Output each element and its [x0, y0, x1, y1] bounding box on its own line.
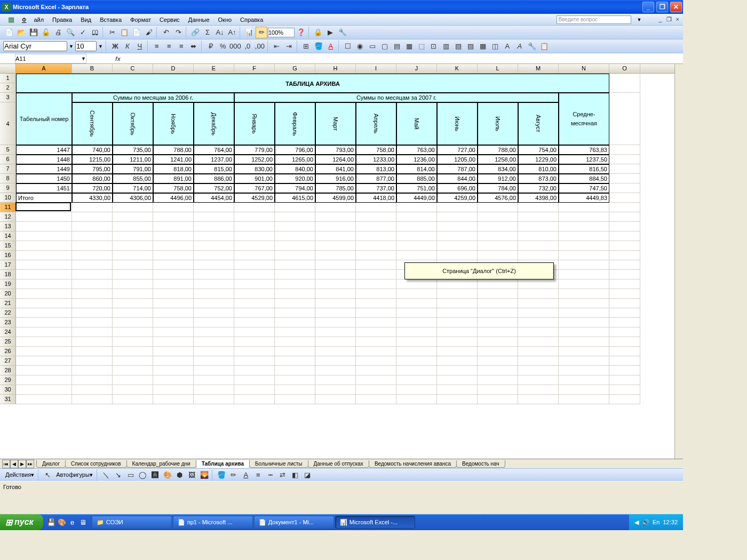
forms4-icon[interactable]: ▢	[379, 41, 391, 52]
cell[interactable]	[16, 270, 72, 279]
cell[interactable]: 1211,00	[113, 155, 153, 164]
cell[interactable]	[72, 212, 113, 222]
cell[interactable]: 785,00	[315, 183, 356, 193]
cell[interactable]: 764,00	[194, 145, 234, 155]
line-icon[interactable]: ＼	[100, 469, 112, 481]
cell[interactable]	[113, 299, 153, 308]
cell[interactable]: 4330,00	[72, 193, 113, 203]
cell[interactable]	[315, 231, 356, 241]
cell[interactable]	[437, 251, 478, 260]
cell[interactable]: 696,00	[437, 183, 478, 193]
cell[interactable]	[153, 318, 194, 327]
cell[interactable]	[356, 279, 396, 289]
cell[interactable]	[478, 289, 518, 299]
cell[interactable]	[194, 251, 234, 260]
cell[interactable]	[609, 212, 640, 222]
cell[interactable]	[437, 299, 478, 308]
line-color-icon[interactable]: ✏	[228, 469, 240, 481]
row-header[interactable]: 29	[0, 375, 16, 385]
cell[interactable]	[234, 395, 275, 404]
tray-icon[interactable]: ◀	[634, 519, 639, 526]
menu-help[interactable]: Справка	[236, 15, 267, 24]
cell[interactable]: 763,83	[559, 145, 609, 155]
cell[interactable]	[275, 347, 315, 356]
cell[interactable]	[194, 356, 234, 366]
cell[interactable]	[559, 260, 609, 270]
column-header[interactable]: O	[609, 64, 640, 73]
cell[interactable]	[275, 337, 315, 347]
cell[interactable]	[559, 270, 609, 279]
cell[interactable]	[478, 308, 518, 318]
row-header[interactable]: 3	[0, 93, 16, 102]
cell[interactable]: 767,00	[234, 183, 275, 193]
cell[interactable]	[609, 395, 640, 404]
font-size-input[interactable]	[75, 41, 97, 51]
column-header[interactable]: F	[234, 64, 275, 73]
cell[interactable]	[609, 375, 640, 385]
cell[interactable]	[113, 251, 153, 260]
cell[interactable]	[315, 241, 356, 251]
cell[interactable]	[113, 395, 153, 404]
cell[interactable]	[153, 366, 194, 375]
cell[interactable]	[356, 337, 396, 347]
cell[interactable]	[194, 212, 234, 222]
cell[interactable]	[396, 356, 437, 366]
cell[interactable]	[275, 203, 315, 212]
cell[interactable]: 793,00	[315, 145, 356, 155]
cell[interactable]: Октябрь	[113, 102, 153, 145]
cell[interactable]	[16, 222, 72, 231]
cell[interactable]: 1215,00	[72, 155, 113, 164]
cell[interactable]	[113, 289, 153, 299]
cell[interactable]	[396, 289, 437, 299]
cell[interactable]: 844,00	[437, 174, 478, 183]
cell[interactable]	[609, 356, 640, 366]
row-header[interactable]: 23	[0, 318, 16, 327]
cell[interactable]: 737,00	[356, 183, 396, 193]
cell[interactable]	[72, 222, 113, 231]
cell[interactable]	[194, 318, 234, 327]
cell[interactable]	[113, 375, 153, 385]
cell[interactable]	[356, 395, 396, 404]
cell[interactable]	[275, 375, 315, 385]
cell[interactable]	[72, 241, 113, 251]
prop-icon[interactable]: 📋	[538, 41, 550, 52]
cell[interactable]	[194, 375, 234, 385]
cell[interactable]	[396, 241, 437, 251]
cell[interactable]	[72, 356, 113, 366]
cell[interactable]	[234, 289, 275, 299]
cell[interactable]	[315, 279, 356, 289]
cell[interactable]: Декабрь	[194, 102, 234, 145]
cell[interactable]: 1258,00	[478, 155, 518, 164]
ql-save-icon[interactable]: 💾	[46, 516, 56, 528]
cell[interactable]	[437, 241, 478, 251]
cell[interactable]: 1264,00	[315, 155, 356, 164]
cell[interactable]	[609, 308, 640, 318]
cell[interactable]	[275, 318, 315, 327]
doc-minimize-button[interactable]: _	[657, 16, 663, 23]
cell[interactable]	[315, 385, 356, 395]
tab-nav-next-icon[interactable]: ▶	[18, 460, 26, 468]
cell[interactable]	[194, 231, 234, 241]
cell[interactable]	[72, 251, 113, 260]
cell[interactable]: 855,00	[113, 174, 153, 183]
cell[interactable]	[194, 366, 234, 375]
cell[interactable]: Ноябрь	[153, 102, 194, 145]
cell[interactable]	[518, 356, 559, 366]
cell[interactable]: 901,00	[234, 174, 275, 183]
cell[interactable]	[194, 241, 234, 251]
menu-insert[interactable]: Вставка	[96, 15, 125, 24]
cell[interactable]	[559, 385, 609, 395]
cell[interactable]	[356, 231, 396, 241]
cell[interactable]	[356, 356, 396, 366]
cell[interactable]	[396, 212, 437, 222]
question-input[interactable]	[557, 15, 631, 24]
cell[interactable]	[437, 347, 478, 356]
cell[interactable]: 1205,00	[437, 155, 478, 164]
security-icon[interactable]: 🔒	[312, 27, 324, 38]
cell[interactable]: 1265,00	[275, 155, 315, 164]
cell[interactable]	[234, 327, 275, 337]
autosum-icon[interactable]: Σ	[202, 27, 213, 38]
cell[interactable]: 841,00	[315, 164, 356, 174]
cell[interactable]	[194, 299, 234, 308]
cell[interactable]: Суммы по месяцам за 2006 г.	[72, 93, 234, 102]
